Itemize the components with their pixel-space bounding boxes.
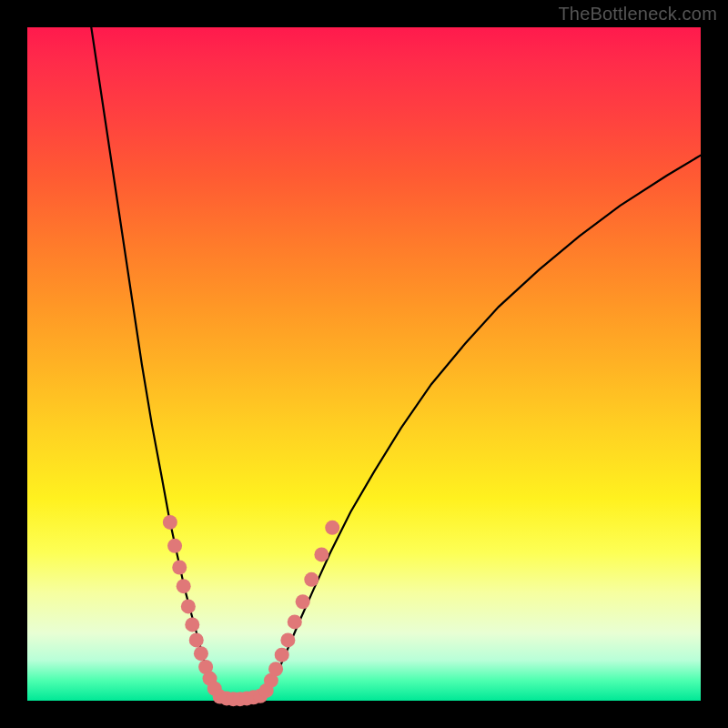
- plot-area: [27, 27, 701, 701]
- data-point: [296, 594, 310, 609]
- curve-group: [91, 27, 701, 700]
- data-point: [288, 614, 302, 629]
- curve-right-branch: [259, 156, 701, 698]
- data-point: [325, 521, 339, 535]
- data-point: [181, 599, 196, 613]
- data-point: [280, 632, 295, 647]
- chart-frame: TheBottleneck.com: [0, 0, 728, 728]
- data-point: [194, 646, 208, 661]
- data-point: [268, 662, 283, 676]
- data-point: [163, 515, 177, 530]
- curve-left-branch: [91, 27, 219, 697]
- data-point: [314, 547, 329, 561]
- curve-svg: [27, 27, 701, 701]
- data-point: [177, 579, 191, 593]
- data-point: [167, 539, 182, 553]
- data-point: [304, 572, 318, 587]
- data-point: [275, 648, 289, 662]
- marker-group: [163, 515, 339, 706]
- data-point: [189, 632, 204, 647]
- data-point: [172, 560, 187, 574]
- data-point: [185, 617, 199, 632]
- watermark-text: TheBottleneck.com: [558, 4, 717, 25]
